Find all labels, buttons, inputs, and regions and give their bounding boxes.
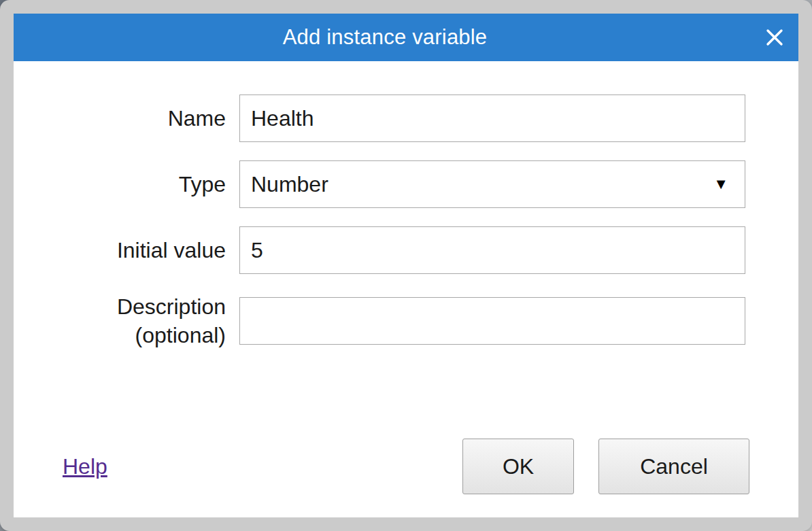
type-select-value: Number [251,172,328,197]
close-button[interactable] [755,14,794,61]
dialog-footer: Help OK Cancel [63,439,749,494]
name-label: Name [14,104,226,133]
name-row: Name [14,95,798,142]
dialog-titlebar: Add instance variable [14,14,798,61]
description-label-line1: Description [117,294,226,319]
type-select[interactable]: Number ▼ [239,160,745,208]
cancel-button[interactable]: Cancel [598,439,749,494]
help-link[interactable]: Help [63,454,107,479]
description-label: Description (optional) [14,292,226,349]
ok-button[interactable]: OK [462,439,574,494]
description-input[interactable] [239,297,745,345]
initial-value-label: Initial value [14,236,226,264]
description-row: Description (optional) [14,292,798,349]
description-label-line2: (optional) [135,323,226,347]
dropdown-arrow-icon: ▼ [713,175,728,193]
dialog-title: Add instance variable [283,25,530,50]
initial-value-input[interactable] [239,226,745,274]
initial-value-row: Initial value [14,226,798,274]
name-input[interactable] [239,95,745,142]
dialog-body: Name Type Number ▼ Initial value Descrip… [14,61,798,517]
close-icon [764,27,785,48]
type-row: Type Number ▼ [14,160,798,208]
add-instance-variable-dialog: Add instance variable Name Type Number ▼… [0,0,812,531]
type-label: Type [14,170,226,199]
